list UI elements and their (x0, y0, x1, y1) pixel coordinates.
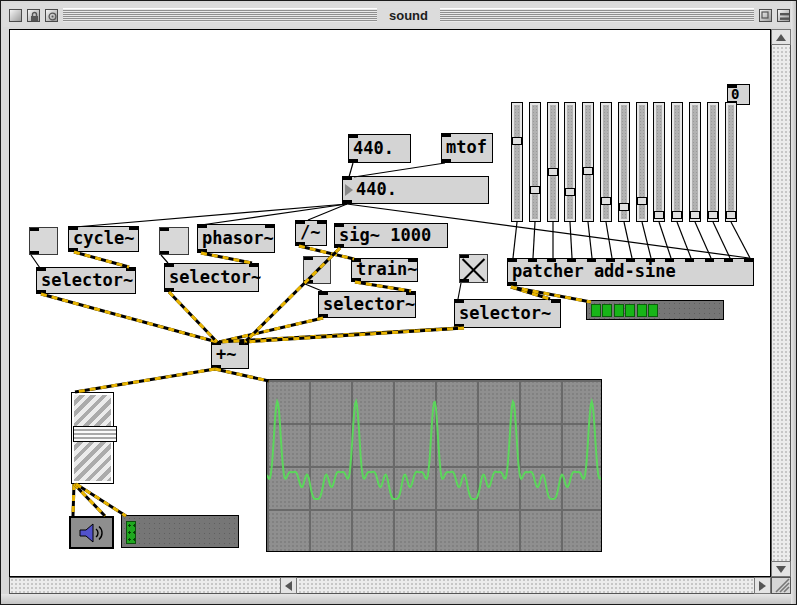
harmonic-slider-7[interactable] (618, 102, 630, 222)
gain-slider-thumb[interactable] (73, 426, 117, 442)
box-label: selector~ (323, 294, 415, 314)
speaker-icon (77, 522, 107, 544)
box-toggle-4[interactable] (459, 254, 488, 283)
slider-thumb[interactable] (583, 167, 593, 175)
outlet-tick (69, 248, 78, 251)
outlet-tick (304, 280, 313, 283)
scroll-left-button[interactable] (280, 577, 297, 594)
outlet-tick (343, 200, 352, 203)
outlet-tick (349, 159, 358, 162)
box-phasor: phasor~ (197, 224, 275, 253)
lock-button[interactable] (27, 9, 40, 22)
slider-thumb[interactable] (601, 197, 611, 205)
slider-thumb[interactable] (726, 211, 736, 219)
patcher-mode-button[interactable] (45, 9, 58, 22)
harmonic-slider-10[interactable] (671, 102, 683, 222)
box-selector-4: selector~ (454, 299, 561, 328)
meter-led (648, 304, 658, 317)
meter-led (602, 304, 612, 317)
box-label: sig~ 1000 (339, 225, 431, 245)
harmonic-slider-11[interactable] (689, 102, 701, 222)
gain-slider[interactable] (71, 392, 114, 484)
inlet-tick (460, 255, 469, 258)
box-train: train~ (351, 258, 418, 282)
audio-on-button[interactable] (69, 516, 114, 549)
outlet-tick (37, 290, 46, 293)
harmonic-slider-3[interactable] (547, 102, 559, 222)
inlet-tick (724, 259, 733, 262)
harmonic-slider-4[interactable] (564, 102, 576, 222)
box-toggle-1[interactable] (29, 227, 58, 255)
slider-thumb[interactable] (637, 197, 647, 205)
harmonic-slider-1[interactable] (511, 102, 523, 222)
slider-thumb[interactable] (708, 211, 718, 219)
slider-track (514, 105, 520, 219)
box-label: 440. (356, 179, 397, 199)
box-label: cycle~ (73, 228, 134, 248)
harmonic-slider-9[interactable] (653, 102, 665, 222)
outlet-tick (198, 249, 207, 252)
resize-grip[interactable] (771, 577, 791, 594)
box-selector-3: selector~ (318, 291, 416, 318)
slider-thumb[interactable] (672, 211, 682, 219)
box-mtof: mtof (441, 133, 493, 163)
scroll-right-icon (759, 581, 766, 591)
box-label: /~ (300, 222, 320, 242)
box-msg-440[interactable]: 440. (348, 134, 411, 163)
box-label: phasor~ (202, 228, 274, 248)
led-meter (586, 300, 724, 320)
scroll-down-button[interactable] (771, 561, 791, 577)
box-toggle-2[interactable] (159, 227, 189, 255)
window-frame-bottom (1, 594, 797, 605)
scroll-up-icon (776, 34, 786, 41)
slider-track (656, 105, 662, 219)
harmonic-slider-13[interactable] (725, 102, 737, 222)
slider-thumb[interactable] (565, 188, 575, 196)
slider-track (585, 105, 591, 219)
box-num-440[interactable]: 440. (342, 176, 489, 204)
waveform-trace (267, 380, 601, 551)
slider-thumb[interactable] (654, 211, 664, 219)
inlet-tick (705, 259, 714, 262)
slider-track (728, 105, 734, 219)
outlet-tick (160, 251, 169, 254)
patcher-mode-icon (47, 11, 58, 22)
collapse-button[interactable] (777, 9, 790, 22)
box-label: train~ (356, 259, 417, 279)
box-label: +~ (216, 344, 236, 364)
harmonic-slider-6[interactable] (600, 102, 612, 222)
oscilloscope-display (266, 379, 602, 552)
slider-thumb[interactable] (690, 211, 700, 219)
harmonic-slider-8[interactable] (636, 102, 648, 222)
close-button[interactable] (9, 9, 22, 22)
slider-thumb[interactable] (512, 137, 522, 145)
slider-track (674, 105, 680, 219)
vertical-scrollbar[interactable] (771, 29, 791, 577)
title-bar[interactable]: sound (3, 3, 796, 27)
slider-track (532, 105, 538, 219)
box-toggle-3[interactable] (303, 256, 331, 284)
box-plus-sig: +~ (211, 341, 249, 369)
slider-thumb[interactable] (548, 168, 558, 176)
slider-thumb[interactable] (530, 186, 540, 194)
meter-led (637, 304, 647, 317)
output-level-slider[interactable] (121, 515, 239, 548)
harmonic-slider-5[interactable] (582, 102, 594, 222)
harmonic-slider-2[interactable] (529, 102, 541, 222)
patcher-window: sound 440.mtof440.0cycle~selector~phasor… (0, 0, 797, 605)
scroll-right-button[interactable] (754, 577, 771, 594)
outlet-tick (460, 279, 469, 282)
titlebar-stripes-left (63, 8, 377, 22)
resize-grip-icon (772, 578, 790, 593)
horizontal-scrollbar[interactable] (9, 577, 771, 594)
inlet-tick (304, 257, 313, 260)
outlet-tick (319, 314, 328, 317)
outlet-tick (508, 282, 517, 285)
scroll-up-button[interactable] (771, 29, 791, 45)
output-level-knob[interactable] (126, 521, 136, 544)
harmonic-slider-12[interactable] (707, 102, 719, 222)
slider-track (550, 105, 556, 219)
inlet-tick (744, 259, 753, 262)
zoom-button[interactable] (759, 9, 772, 22)
slider-thumb[interactable] (619, 203, 629, 211)
